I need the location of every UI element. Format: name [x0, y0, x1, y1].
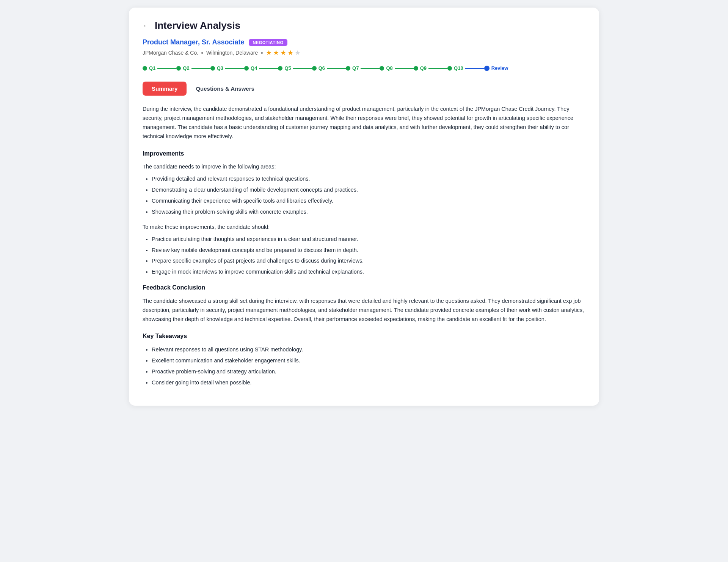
tl-line-7	[361, 68, 380, 69]
company-row: JPMorgan Chase & Co. Wilmington, Delawar…	[143, 49, 585, 57]
key-takeaways-heading: Key Takeaways	[143, 331, 585, 341]
tl-line-4	[259, 68, 278, 69]
tl-label-q1: Q1	[149, 65, 155, 71]
feedback-heading: Feedback Conclusion	[143, 283, 585, 293]
progress-timeline: Q1 Q2 Q3 Q4 Q5 Q6 Q7	[143, 65, 585, 71]
tl-dot-q1	[143, 66, 147, 71]
list-item: Excellent communication and stakeholder …	[152, 356, 585, 365]
tl-label-q9: Q9	[420, 65, 427, 71]
tl-dot-q4	[244, 66, 249, 71]
page-title: Interview Analysis	[155, 20, 240, 31]
timeline-item-q2[interactable]: Q2	[176, 65, 191, 71]
tl-line-5	[293, 68, 312, 69]
improvements-heading: Improvements	[143, 149, 585, 159]
tl-line-1	[157, 68, 176, 69]
improvements-list-2: Practice articulating their thoughts and…	[143, 235, 585, 277]
tl-dot-q2	[176, 66, 181, 71]
company-name: JPMorgan Chase & Co.	[143, 50, 198, 56]
list-item: Practice articulating their thoughts and…	[152, 235, 585, 244]
timeline-item-q6[interactable]: Q6	[312, 65, 327, 71]
timeline-item-q4[interactable]: Q4	[244, 65, 259, 71]
tab-summary[interactable]: Summary	[143, 82, 187, 96]
list-item: Relevant responses to all questions usin…	[152, 345, 585, 354]
timeline-item-q8[interactable]: Q8	[380, 65, 394, 71]
list-item: Showcasing their problem-solving skills …	[152, 208, 585, 217]
tl-line-3	[225, 68, 244, 69]
tl-label-q10: Q10	[454, 65, 463, 71]
tl-label-review: Review	[491, 65, 508, 71]
list-item: Proactive problem-solving and strategy a…	[152, 367, 585, 376]
tl-dot-q7	[346, 66, 350, 71]
header-row: ← Interview Analysis	[143, 20, 585, 31]
feedback-paragraph: The candidate showcased a strong skill s…	[143, 297, 585, 324]
tl-line-8	[395, 68, 414, 69]
tl-label-q5: Q5	[284, 65, 291, 71]
tl-dot-q6	[312, 66, 317, 71]
star-3: ★	[280, 49, 286, 57]
list-item: Engage in mock interviews to improve com…	[152, 268, 585, 277]
make-improvements-intro: To make these improvements, the candidat…	[143, 223, 585, 232]
tabs-row: Summary Questions & Answers	[143, 82, 585, 96]
improvements-list-1: Providing detailed and relevant response…	[143, 175, 585, 217]
tl-label-q6: Q6	[318, 65, 325, 71]
tl-dot-q5	[278, 66, 282, 71]
tl-dot-q3	[210, 66, 215, 71]
star-4: ★	[287, 49, 293, 57]
job-title-row: Product Manager, Sr. Associate NEGOTIATI…	[143, 38, 585, 46]
tl-line-6	[327, 68, 346, 69]
tl-dot-q9	[414, 66, 418, 71]
summary-paragraph: During the interview, the candidate demo…	[143, 105, 585, 141]
tl-label-q3: Q3	[217, 65, 223, 71]
tl-dot-q10	[447, 66, 452, 71]
tl-dot-q8	[380, 66, 384, 71]
star-rating: ★ ★ ★ ★ ★	[266, 49, 301, 57]
timeline-item-q1[interactable]: Q1	[143, 65, 157, 71]
star-1: ★	[266, 49, 272, 57]
tl-label-q7: Q7	[352, 65, 359, 71]
list-item: Demonstrating a clear understanding of m…	[152, 186, 585, 195]
star-2: ★	[273, 49, 279, 57]
timeline-item-q7[interactable]: Q7	[346, 65, 361, 71]
tl-label-q4: Q4	[251, 65, 257, 71]
star-5: ★	[295, 49, 301, 57]
list-item: Consider going into detail when possible…	[152, 378, 585, 387]
separator-dot-1	[201, 52, 203, 54]
interview-analysis-card: ← Interview Analysis Product Manager, Sr…	[129, 8, 599, 406]
improvements-intro: The candidate needs to improve in the fo…	[143, 162, 585, 172]
tl-label-q2: Q2	[183, 65, 189, 71]
tl-line-2	[191, 68, 210, 69]
back-icon: ←	[143, 21, 150, 30]
job-location: Wilmington, Delaware	[206, 50, 258, 56]
timeline-item-q3[interactable]: Q3	[210, 65, 225, 71]
separator-dot-2	[261, 52, 263, 54]
timeline-item-review[interactable]: Review	[484, 65, 510, 71]
job-title: Product Manager, Sr. Associate	[143, 38, 244, 46]
list-item: Providing detailed and relevant response…	[152, 175, 585, 184]
tl-line-10	[465, 68, 484, 69]
timeline-item-q10[interactable]: Q10	[447, 65, 465, 71]
timeline-item-q5[interactable]: Q5	[278, 65, 293, 71]
tl-dot-review	[484, 66, 490, 71]
timeline-item-q9[interactable]: Q9	[414, 65, 428, 71]
list-item: Prepare specific examples of past projec…	[152, 257, 585, 266]
content-area: During the interview, the candidate demo…	[143, 105, 585, 387]
back-button[interactable]: ←	[143, 21, 150, 30]
tl-label-q8: Q8	[386, 65, 392, 71]
tab-qa[interactable]: Questions & Answers	[187, 82, 263, 96]
list-item: Review key mobile development concepts a…	[152, 246, 585, 255]
status-badge: NEGOTIATING	[249, 39, 287, 46]
list-item: Communicating their experience with spec…	[152, 197, 585, 206]
tl-line-9	[428, 68, 447, 69]
key-takeaways-list: Relevant responses to all questions usin…	[143, 345, 585, 387]
